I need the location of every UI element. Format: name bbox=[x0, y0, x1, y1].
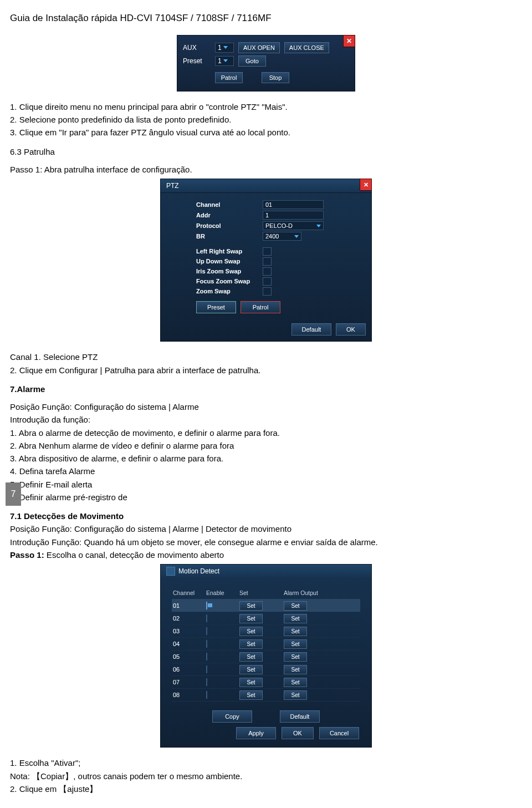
alarm-set-button[interactable]: Set bbox=[284, 601, 307, 611]
channel-cell: 04 bbox=[172, 640, 205, 648]
patrol-button[interactable]: Patrol bbox=[241, 301, 280, 313]
table-row[interactable]: 02SetSet bbox=[172, 612, 360, 625]
ud-swap-label: Up Down Swap bbox=[196, 257, 257, 266]
step-label: Passo 1: bbox=[10, 550, 44, 560]
preset-value-select[interactable]: 1 bbox=[215, 56, 234, 66]
aux-value: 1 bbox=[218, 43, 222, 52]
body-text: Introdução da função: bbox=[10, 414, 522, 425]
default-button[interactable]: Default bbox=[291, 323, 331, 336]
chevron-down-icon bbox=[223, 46, 228, 49]
set-button[interactable]: Set bbox=[239, 639, 263, 649]
ud-swap-checkbox[interactable] bbox=[263, 257, 272, 266]
alarm-set-button[interactable]: Set bbox=[284, 665, 307, 674]
body-text: 1. Abra o alarme de detecção de moviment… bbox=[10, 428, 522, 439]
br-select[interactable]: 2400 bbox=[263, 232, 301, 241]
preset-button[interactable]: Preset bbox=[196, 301, 236, 313]
set-button[interactable]: Set bbox=[239, 678, 263, 687]
close-icon[interactable]: ✕ bbox=[360, 179, 372, 191]
channel-label: Channel bbox=[196, 201, 257, 209]
alarm-set-button[interactable]: Set bbox=[284, 614, 307, 623]
set-button[interactable]: Set bbox=[239, 627, 263, 636]
body-text: Posição Função: Configuração do sistema … bbox=[10, 524, 522, 535]
channel-cell: 08 bbox=[172, 691, 205, 699]
enable-checkbox[interactable] bbox=[206, 602, 207, 609]
alarm-set-button[interactable]: Set bbox=[284, 627, 307, 636]
body-text: 6. Definir alarme pré-registro de bbox=[10, 492, 522, 503]
focus-swap-checkbox[interactable] bbox=[263, 277, 272, 286]
body-text: 1. Escolha "Ativar"; bbox=[10, 758, 522, 769]
table-row[interactable]: 06SetSet bbox=[172, 663, 360, 676]
body-text: 2. Clique em 【ajuste】 bbox=[10, 784, 522, 795]
ok-button[interactable]: OK bbox=[282, 727, 314, 739]
lr-swap-checkbox[interactable] bbox=[263, 247, 272, 256]
enable-checkbox[interactable] bbox=[206, 653, 207, 660]
body-text: Posição Função: Configuração do sistema … bbox=[10, 402, 522, 413]
enable-checkbox[interactable] bbox=[206, 691, 207, 699]
addr-input[interactable]: 1 bbox=[263, 211, 324, 220]
zoom-swap-checkbox[interactable] bbox=[263, 287, 272, 296]
col-channel: Channel bbox=[172, 589, 205, 597]
cancel-button[interactable]: Cancel bbox=[319, 727, 359, 739]
enable-checkbox[interactable] bbox=[206, 665, 207, 673]
aux-value-select[interactable]: 1 bbox=[215, 43, 234, 53]
enable-checkbox[interactable] bbox=[206, 627, 207, 635]
aux-close-button[interactable]: AUX CLOSE bbox=[284, 42, 329, 53]
set-button[interactable]: Set bbox=[239, 665, 263, 674]
preset-label: Preset bbox=[183, 57, 211, 65]
iris-swap-label: Iris Zoom Swap bbox=[196, 267, 257, 276]
patrol-button[interactable]: Patrol bbox=[215, 72, 243, 83]
zoom-swap-label: Zoom Swap bbox=[196, 287, 257, 296]
ok-button[interactable]: OK bbox=[336, 323, 366, 336]
table-row[interactable]: 03SetSet bbox=[172, 625, 360, 638]
body-text: Canal 1. Selecione PTZ bbox=[10, 352, 522, 363]
body-text: Passo 1: Escolha o canal, detecção de mo… bbox=[10, 550, 522, 561]
section-heading: 6.3 Patrulha bbox=[10, 146, 522, 157]
table-row[interactable]: 08SetSet bbox=[172, 689, 360, 702]
default-button[interactable]: Default bbox=[280, 710, 320, 723]
aux-open-button[interactable]: AUX OPEN bbox=[238, 42, 280, 53]
table-header: Channel Enable Set Alarm Output bbox=[172, 587, 360, 599]
aux-preset-panel: ✕ AUX 1 AUX OPEN AUX CLOSE Preset 1 Goto… bbox=[177, 35, 355, 92]
copy-button[interactable]: Copy bbox=[212, 710, 252, 723]
lr-swap-label: Left Right Swap bbox=[196, 247, 257, 256]
alarm-set-button[interactable]: Set bbox=[284, 639, 307, 649]
step-text: 1. Clique direito menu no menu principal… bbox=[10, 101, 522, 113]
apply-button[interactable]: Apply bbox=[236, 727, 276, 739]
aux-label: AUX bbox=[183, 43, 211, 52]
channel-cell: 03 bbox=[172, 627, 205, 636]
alarm-set-button[interactable]: Set bbox=[284, 678, 307, 687]
enable-checkbox[interactable] bbox=[206, 640, 207, 648]
col-alarm-output: Alarm Output bbox=[283, 589, 338, 597]
set-button[interactable]: Set bbox=[239, 601, 263, 611]
set-button[interactable]: Set bbox=[239, 652, 263, 662]
br-value: 2400 bbox=[265, 232, 279, 241]
enable-checkbox[interactable] bbox=[206, 678, 207, 686]
channel-cell: 06 bbox=[172, 665, 205, 674]
panel-title: Motion Detect bbox=[161, 565, 371, 578]
body-text: Passo 1: Abra patrulha interface de conf… bbox=[10, 164, 522, 175]
body-text: Introdução Função: Quando há um objeto s… bbox=[10, 537, 522, 548]
table-row[interactable]: 01SetSet bbox=[172, 599, 360, 612]
motion-detect-panel: Motion Detect Channel Enable Set Alarm O… bbox=[160, 564, 372, 748]
alarm-set-button[interactable]: Set bbox=[284, 690, 307, 700]
set-button[interactable]: Set bbox=[239, 614, 263, 623]
table-row[interactable]: 04SetSet bbox=[172, 638, 360, 651]
panel-title: PTZ bbox=[161, 179, 371, 193]
close-icon[interactable]: ✕ bbox=[343, 35, 355, 47]
channel-cell: 02 bbox=[172, 614, 205, 623]
channel-input[interactable]: 01 bbox=[263, 200, 324, 209]
enable-checkbox[interactable] bbox=[206, 614, 207, 622]
step-text: 2. Selecione ponto predefinido da lista … bbox=[10, 114, 522, 125]
alarm-set-button[interactable]: Set bbox=[284, 652, 307, 662]
set-button[interactable]: Set bbox=[239, 690, 263, 700]
goto-button[interactable]: Goto bbox=[238, 55, 266, 67]
channel-cell: 07 bbox=[172, 678, 205, 687]
table-row[interactable]: 05SetSet bbox=[172, 651, 360, 663]
table-row[interactable]: 07SetSet bbox=[172, 676, 360, 689]
addr-label: Addr bbox=[196, 211, 257, 220]
iris-swap-checkbox[interactable] bbox=[263, 267, 272, 276]
stop-button[interactable]: Stop bbox=[262, 72, 289, 83]
protocol-select[interactable]: PELCO-D bbox=[263, 221, 324, 230]
focus-swap-label: Focus Zoom Swap bbox=[196, 277, 257, 286]
chevron-down-icon bbox=[316, 225, 321, 227]
